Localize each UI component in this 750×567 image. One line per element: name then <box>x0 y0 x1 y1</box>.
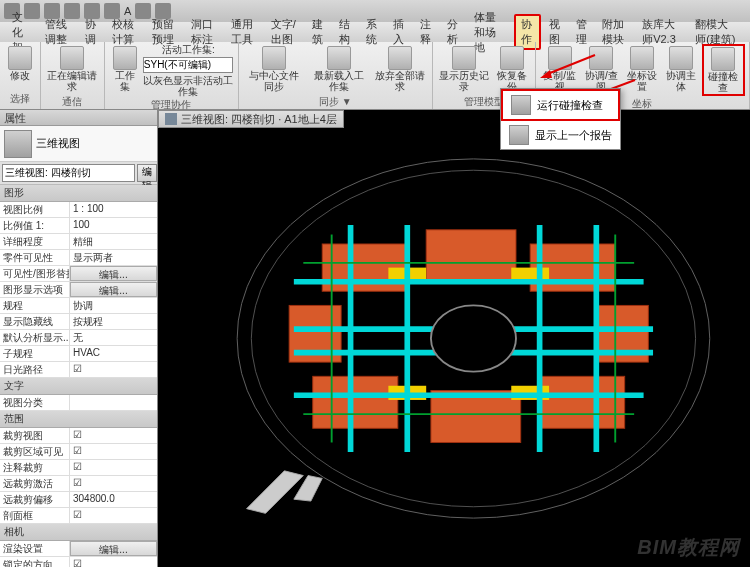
ribbon-btn-4-0[interactable]: 显示历史记录 <box>437 44 492 94</box>
group-label: 通信 <box>62 94 82 110</box>
props-key: 比例值 1: <box>0 218 70 233</box>
props-value[interactable] <box>70 362 157 377</box>
props-row[interactable]: 显示隐藏线按规程 <box>0 314 157 330</box>
props-value[interactable]: HVAC <box>70 346 157 361</box>
props-value[interactable] <box>70 557 157 567</box>
group-label: 管理模型 <box>464 94 504 110</box>
ribbon-group-2: 工作集活动工作集:以灰色显示非活动工作集管理协作 <box>105 42 239 109</box>
dropdown-label: 运行碰撞检查 <box>537 98 603 113</box>
props-row[interactable]: 可见性/图形替换编辑... <box>0 266 157 282</box>
svg-rect-7 <box>426 230 516 282</box>
props-key: 锁定的方向 <box>0 557 70 567</box>
collision-dropdown: 运行碰撞检查 显示上一个报告 <box>500 88 621 150</box>
props-key: 子规程 <box>0 346 70 361</box>
model-svg <box>188 140 740 537</box>
ribbon-icon-0-0 <box>8 46 32 70</box>
props-row[interactable]: 裁剪区域可见 <box>0 444 157 460</box>
props-value[interactable] <box>70 476 157 491</box>
props-key: 渲染设置 <box>0 541 70 556</box>
props-row[interactable]: 图形显示选项编辑... <box>0 282 157 298</box>
props-value[interactable]: 编辑... <box>70 266 157 281</box>
properties-list[interactable]: 图形视图比例1 : 100比例值 1:100详细程度精细零件可见性显示两者可见性… <box>0 185 157 567</box>
props-row[interactable]: 视图分类 <box>0 395 157 411</box>
props-row[interactable]: 裁剪视图 <box>0 428 157 444</box>
props-value[interactable] <box>70 460 157 475</box>
dropdown-show-report[interactable]: 显示上一个报告 <box>501 121 620 149</box>
props-row[interactable]: 详细程度精细 <box>0 234 157 250</box>
type-label: 三维视图 <box>36 136 80 151</box>
props-key: 零件可见性 <box>0 250 70 265</box>
ribbon-btn-3-2[interactable]: 放弃全部请求 <box>373 44 428 94</box>
ribbon-btn-3-1[interactable]: 最新载入工作集 <box>308 44 371 94</box>
ribbon-icon-3-0 <box>262 46 286 70</box>
edit-type-button[interactable]: 编辑类型 <box>137 164 157 182</box>
props-section-header[interactable]: 范围 <box>0 411 157 428</box>
props-row[interactable]: 比例值 1:100 <box>0 218 157 234</box>
props-section-header[interactable]: 相机 <box>0 524 157 541</box>
svg-marker-1 <box>540 70 552 78</box>
ribbon-btn-3-0[interactable]: 与中心文件同步 <box>243 44 306 94</box>
props-value[interactable]: 协调 <box>70 298 157 313</box>
props-row[interactable]: 远裁剪激活 <box>0 476 157 492</box>
props-value[interactable] <box>70 444 157 459</box>
ribbon-btn-label: 修改 <box>10 70 30 81</box>
props-key: 注释裁剪 <box>0 460 70 475</box>
ribbon-group-1: 正在编辑请求通信 <box>41 42 105 109</box>
ribbon-icon-4-1 <box>500 46 524 70</box>
ribbon-icon-5-2 <box>630 46 654 70</box>
model-canvas[interactable] <box>188 140 740 537</box>
watermark: BIM教程网 <box>637 534 740 561</box>
props-key: 裁剪视图 <box>0 428 70 443</box>
props-value[interactable] <box>70 428 157 443</box>
props-row[interactable]: 默认分析显示...无 <box>0 330 157 346</box>
props-section-header[interactable]: 图形 <box>0 185 157 202</box>
props-value[interactable]: 按规程 <box>70 314 157 329</box>
props-value[interactable]: 1 : 100 <box>70 202 157 217</box>
props-key: 视图分类 <box>0 395 70 410</box>
group-label: 同步 ▼ <box>319 94 352 110</box>
props-row[interactable]: 锁定的方向 <box>0 557 157 567</box>
gray-inactive[interactable]: 以灰色显示非活动工作集 <box>143 75 234 97</box>
group-label: 选择 <box>10 91 30 107</box>
props-row[interactable]: 视图比例1 : 100 <box>0 202 157 218</box>
collision-report-icon <box>509 125 529 145</box>
props-row[interactable]: 剖面框 <box>0 508 157 524</box>
props-row[interactable]: 日光路径 <box>0 362 157 378</box>
props-section-header[interactable]: 文字 <box>0 378 157 395</box>
props-value[interactable]: 100 <box>70 218 157 233</box>
props-value[interactable]: 304800.0 <box>70 492 157 507</box>
view-title-bar: 三维视图: 四楼剖切 · A1地上4层 <box>158 110 344 128</box>
dropdown-run-collision[interactable]: 运行碰撞检查 <box>501 89 620 121</box>
ribbon-icon-5-3 <box>669 46 693 70</box>
props-key: 图形显示选项 <box>0 282 70 297</box>
properties-type-selector[interactable]: 三维视图 <box>0 126 157 162</box>
props-value[interactable]: 编辑... <box>70 282 157 297</box>
ribbon-btn-4-1[interactable]: 恢复备份 <box>493 44 531 94</box>
svg-line-0 <box>545 55 595 75</box>
props-row[interactable]: 规程协调 <box>0 298 157 314</box>
props-value[interactable] <box>70 508 157 523</box>
props-row[interactable]: 远裁剪偏移304800.0 <box>0 492 157 508</box>
workset-button[interactable]: 工作集 <box>109 44 141 94</box>
ribbon-btn-5-3[interactable]: 协调主体 <box>662 44 699 94</box>
props-row[interactable]: 子规程HVAC <box>0 346 157 362</box>
props-value[interactable]: 精细 <box>70 234 157 249</box>
ribbon-btn-1-0[interactable]: 正在编辑请求 <box>45 44 100 94</box>
props-key: 视图比例 <box>0 202 70 217</box>
active-workset-select[interactable] <box>143 57 233 73</box>
props-value[interactable] <box>70 395 157 410</box>
props-value[interactable]: 无 <box>70 330 157 345</box>
ribbon-btn-0-0[interactable]: 修改 <box>4 44 36 83</box>
props-value[interactable]: 编辑... <box>70 541 157 556</box>
instance-select[interactable] <box>2 164 135 182</box>
props-row[interactable]: 注释裁剪 <box>0 460 157 476</box>
props-key: 日光路径 <box>0 362 70 377</box>
props-row[interactable]: 零件可见性显示两者 <box>0 250 157 266</box>
viewport[interactable]: 三维视图: 四楼剖切 · A1地上4层 <box>158 110 750 567</box>
props-key: 显示隐藏线 <box>0 314 70 329</box>
props-value[interactable]: 显示两者 <box>70 250 157 265</box>
ribbon-btn-5-4[interactable]: 碰撞检查 <box>702 44 745 96</box>
ribbon-btn-label: 碰撞检查 <box>707 71 740 93</box>
props-row[interactable]: 渲染设置编辑... <box>0 541 157 557</box>
props-key: 规程 <box>0 298 70 313</box>
